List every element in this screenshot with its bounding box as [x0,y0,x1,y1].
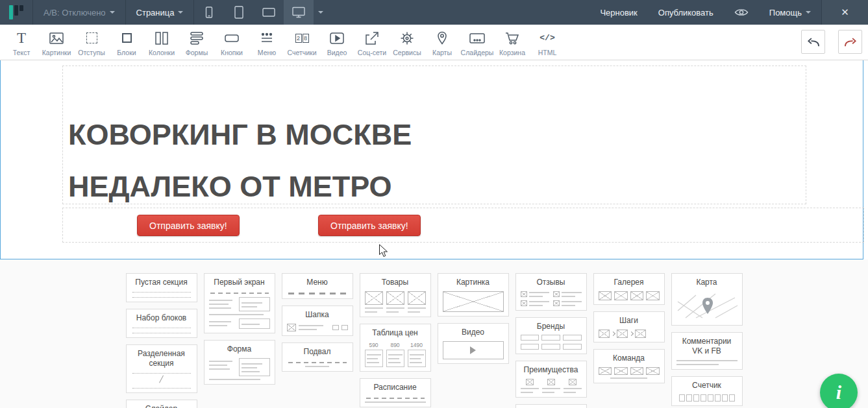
widget-label: Текст [13,49,30,56]
widget-social[interactable]: Соц-сети [354,25,390,60]
template-products[interactable]: Товары [360,273,431,317]
undo-button[interactable] [801,30,825,54]
template-empty-section[interactable]: Пустая секция [126,273,197,302]
widget-menu[interactable]: Меню [249,25,284,60]
draft-button[interactable]: Черновик [589,0,647,25]
sketch-form [209,358,270,380]
template-image[interactable]: Картинка [438,273,509,317]
widget-label: Сервисы [393,49,421,56]
tablet-portrait-icon [230,4,247,21]
cta-section[interactable]: Отправить заявку! Отправить заявку! [62,208,864,243]
template-price-table[interactable]: Таблица цен 590 890 1490 [360,324,431,372]
sketch-map [676,291,738,321]
tablet-landscape-icon [260,4,277,21]
page-heading-line2[interactable]: НЕДАЛЕКО ОТ МЕТРО [68,161,806,213]
spacing-icon [86,30,97,47]
widget-label: HTML [538,49,557,56]
card-label: Бренды [521,322,582,331]
heading-section[interactable]: КОВОРКИНГ В МОСКВЕ НЕДАЛЕКО ОТ МЕТРО [62,66,806,204]
redo-button[interactable] [838,30,862,54]
card-label: Первый экран [209,278,270,287]
widget-cart[interactable]: Корзина [495,25,530,60]
info-icon: i [836,381,841,403]
template-map[interactable]: Карта [671,273,743,326]
card-label: Счетчик [676,381,738,390]
template-brands[interactable]: Бренды [515,317,587,354]
card-label: Подвал [287,347,348,357]
map-pin-icon [702,298,713,314]
ab-test-dropdown[interactable]: A/B: Отключено [33,0,125,25]
template-header[interactable]: Шапка [282,306,353,336]
template-counter[interactable]: Счетчик [671,376,743,406]
counter-icon: 28 [295,30,309,47]
template-questions[interactable]: Вопросы [515,404,587,408]
template-column-3: Меню Шапка Подвал [282,273,353,408]
template-split-section[interactable]: Разделенная секция [126,344,197,393]
cta-button-1[interactable]: Отправить заявку! [137,215,240,236]
template-first-screen[interactable]: Первый экран [204,273,275,333]
card-label: Расписание [365,383,426,392]
template-block-set[interactable]: Набор блоков [126,309,197,338]
widget-blocks[interactable]: Блоки [109,25,144,60]
info-fab-button[interactable]: i [820,374,858,408]
widget-maps[interactable]: Карты [425,25,460,60]
slider-icon [469,30,486,47]
sketch-counter [676,394,738,402]
widget-counters[interactable]: 28 Счетчики [284,25,319,60]
card-label: Команда [599,354,660,363]
template-reviews[interactable]: Отзывы [515,273,587,311]
card-label: Форма [209,344,270,354]
device-tablet-portrait-button[interactable] [224,0,254,25]
widget-columns[interactable]: Колонки [144,25,179,60]
template-video[interactable]: Видео [438,323,509,364]
template-gallery[interactable]: Галерея [593,273,665,305]
text-icon: T [17,30,26,47]
widget-label: Счетчики [287,49,316,56]
widget-sliders[interactable]: Слайдеры [460,25,495,60]
widget-label: Картинки [42,49,71,56]
device-phone-button[interactable] [194,0,224,25]
sketch-price-table: 590 890 1490 [365,342,426,367]
template-comments[interactable]: Комментарии VK и FB [671,332,743,370]
page-dropdown[interactable]: Страница [126,0,194,25]
widget-video[interactable]: Видео [319,25,354,60]
sketch-advantages [521,379,582,393]
help-dropdown[interactable]: Помощь [759,0,821,25]
template-menu[interactable]: Меню [282,273,353,299]
close-editor-button[interactable]: ✕ [821,0,868,25]
template-steps[interactable]: Шаги [593,311,665,342]
preview-button[interactable] [724,0,759,25]
widget-html[interactable]: </> HTML [530,25,565,60]
share-icon [364,30,380,47]
widget-forms[interactable]: Формы [179,25,214,60]
publish-button[interactable]: Опубликовать [648,0,724,25]
widget-images[interactable]: Картинки [39,25,74,60]
card-label: Таблица цен [365,328,426,338]
template-team[interactable]: Команда [593,349,665,383]
widget-spacing[interactable]: Отступы [74,25,109,60]
topbar-right-group: Черновик Опубликовать Помощь ✕ [589,0,868,25]
sketch-image [443,291,504,312]
card-label: Пустая секция [131,278,192,287]
template-footer[interactable]: Подвал [282,342,353,372]
device-desktop-button[interactable] [284,0,314,25]
app-logo[interactable] [0,0,32,25]
sketch-team [599,367,660,375]
blocks-icon [122,30,132,47]
device-options-caret[interactable] [314,0,328,25]
chevron-down-icon [178,11,183,14]
page-heading-line1[interactable]: КОВОРКИНГ В МОСКВЕ [68,109,806,161]
cta-button-2[interactable]: Отправить заявку! [318,215,421,236]
widget-buttons[interactable]: Кнопки [214,25,249,60]
template-slider[interactable]: Слайдер [126,400,197,408]
widget-label: Видео [327,49,347,56]
widget-services[interactable]: Сервисы [390,25,425,60]
template-form[interactable]: Форма [204,340,275,385]
device-tablet-landscape-button[interactable] [254,0,284,25]
close-icon: ✕ [841,6,849,18]
widget-text[interactable]: T Текст [4,25,39,60]
template-schedule[interactable]: Расписание [360,378,431,407]
draft-label: Черновик [600,8,637,18]
video-icon [329,30,345,47]
template-advantages[interactable]: Преимущества [515,361,587,398]
